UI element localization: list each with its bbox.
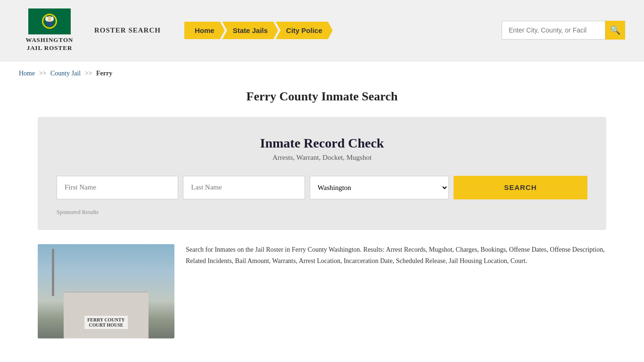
nav-home-button[interactable]: Home <box>184 22 225 39</box>
first-name-input[interactable] <box>57 176 178 199</box>
header-search-button[interactable]: 🔍 <box>605 21 625 40</box>
breadcrumb-home-link[interactable]: Home <box>19 70 35 77</box>
record-check-title: Inmate Record Check <box>57 136 587 151</box>
nav-city-police-button[interactable]: City Police <box>276 22 333 39</box>
search-icon: 🔍 <box>610 25 620 35</box>
svg-point-6 <box>45 16 48 21</box>
record-check-box: Inmate Record Check Arrests, Warrant, Do… <box>38 117 606 230</box>
jail-sign: FERRY COUNTY COURT HOUSE <box>84 316 128 329</box>
roster-search-label: ROSTER SEARCH <box>94 26 161 34</box>
record-check-subtitle: Arrests, Warrant, Docket, Mugshot <box>57 154 587 162</box>
logo-area: WASHINGTON JAIL ROSTER <box>19 8 80 52</box>
breadcrumb-sep1: >> <box>39 70 47 77</box>
state-select[interactable]: AlabamaAlaskaArizonaArkansasCaliforniaCo… <box>310 176 449 199</box>
washington-flag-icon <box>28 8 71 34</box>
nav-state-jails-button[interactable]: State Jails <box>223 22 278 39</box>
flag-pole <box>52 249 54 296</box>
main-nav: Home State Jails City Police <box>184 22 333 39</box>
search-submit-button[interactable]: SEARCH <box>454 176 587 199</box>
last-name-input[interactable] <box>183 176 305 199</box>
svg-point-7 <box>51 16 54 21</box>
inmate-search-form: AlabamaAlaskaArizonaArkansasCaliforniaCo… <box>57 176 587 199</box>
description-text: Search for Inmates on the Jail Roster in… <box>186 244 606 267</box>
site-logo-title: WASHINGTON JAIL ROSTER <box>26 36 74 52</box>
breadcrumb-current: Ferry <box>96 70 112 77</box>
header-search-input[interactable] <box>502 21 605 40</box>
jail-image: FERRY COUNTY COURT HOUSE <box>38 244 174 338</box>
sponsored-label: Sponsored Results <box>57 209 587 216</box>
page-title: Ferry County Inmate Search <box>0 90 644 104</box>
header-search-area: 🔍 <box>502 21 625 40</box>
breadcrumb-county-jail-link[interactable]: County Jail <box>50 70 81 77</box>
building-shape <box>64 291 149 338</box>
site-header: WASHINGTON JAIL ROSTER ROSTER SEARCH Hom… <box>0 0 644 61</box>
svg-rect-4 <box>47 22 52 26</box>
breadcrumb: Home >> County Jail >> Ferry <box>0 61 644 81</box>
lower-section: FERRY COUNTY COURT HOUSE Search for Inma… <box>38 244 606 338</box>
breadcrumb-sep2: >> <box>85 70 92 77</box>
